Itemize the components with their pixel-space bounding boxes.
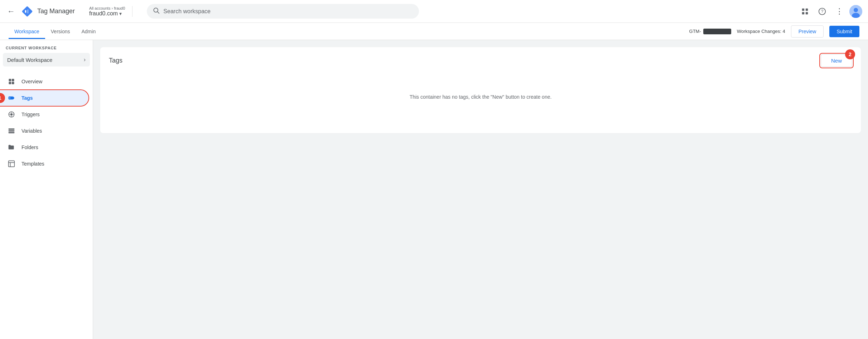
templates-icon [7, 159, 16, 168]
svg-rect-8 [806, 12, 808, 14]
tab-workspace[interactable]: Workspace [9, 24, 45, 39]
account-chevron-icon: ▾ [119, 11, 122, 16]
search-icon [153, 7, 160, 16]
account-info: All accounts › fraud0 fraud0.com ▾ [89, 6, 132, 17]
svg-rect-5 [802, 8, 804, 10]
secondary-nav: Workspace Versions Admin GTM- ■■■■■■■■ W… [0, 23, 868, 40]
content-area: Tags 2 New This container has no tags, c… [93, 40, 868, 339]
sidebar-item-templates[interactable]: Templates [0, 156, 88, 172]
sidebar-item-tags[interactable]: 1 Tags [0, 90, 88, 106]
variables-icon [7, 127, 16, 135]
account-name-text: fraud0.com [89, 10, 118, 17]
svg-rect-17 [12, 82, 14, 84]
tab-admin[interactable]: Admin [76, 24, 101, 39]
content-panel: Tags 2 New This container has no tags, c… [100, 47, 861, 133]
svg-marker-19 [13, 97, 14, 99]
svg-rect-16 [9, 82, 11, 84]
panel-header: Tags 2 New [109, 54, 852, 67]
new-btn-wrapper: 2 New [821, 54, 852, 67]
sidebar-item-folders[interactable]: Folders [0, 139, 88, 155]
search-input[interactable] [163, 8, 413, 15]
sidebar: CURRENT WORKSPACE Default Workspace › Ov… [0, 40, 93, 339]
apps-icon [801, 8, 809, 15]
gtm-id-value: ■■■■■■■■ [703, 29, 731, 34]
sidebar-nav: Overview 1 Tags [0, 74, 93, 339]
nav-right: GTM- ■■■■■■■■ Workspace Changes: 4 Previ… [689, 25, 859, 38]
panel-title: Tags [109, 57, 122, 64]
sidebar-item-label-folders: Folders [21, 144, 38, 150]
nav-tabs: Workspace Versions Admin [9, 24, 689, 39]
gtm-logo [21, 5, 34, 18]
svg-rect-15 [12, 79, 14, 82]
app-name: Tag Manager [37, 8, 75, 15]
svg-rect-27 [9, 128, 15, 129]
search-bar [147, 4, 419, 19]
svg-rect-1 [25, 10, 26, 13]
sidebar-item-label-templates: Templates [21, 161, 44, 167]
current-workspace-label: CURRENT WORKSPACE [0, 46, 93, 53]
annotation-badge-2: 2 [845, 49, 855, 59]
workspace-changes: Workspace Changes: 4 [737, 29, 785, 34]
tags-icon [7, 94, 16, 102]
account-breadcrumb: All accounts › fraud0 [89, 6, 125, 10]
svg-rect-20 [9, 98, 10, 99]
sidebar-item-label-variables: Variables [21, 128, 42, 134]
overview-icon [7, 77, 16, 86]
svg-rect-14 [9, 79, 11, 82]
help-icon-button[interactable]: ? [815, 4, 829, 19]
svg-rect-2 [27, 9, 29, 13]
sidebar-item-overview[interactable]: Overview [0, 74, 88, 89]
sidebar-item-variables[interactable]: Variables [0, 123, 88, 139]
svg-point-22 [10, 113, 13, 116]
svg-rect-28 [9, 130, 15, 131]
svg-text:?: ? [821, 9, 824, 14]
avatar-icon [849, 5, 862, 18]
sidebar-item-triggers[interactable]: Triggers [0, 107, 88, 122]
svg-rect-6 [806, 8, 808, 10]
sidebar-item-label-overview: Overview [21, 79, 42, 84]
help-icon: ? [818, 8, 826, 15]
topbar: ← Tag Manager All accounts › fraud0 frau… [0, 0, 868, 23]
svg-rect-29 [9, 132, 15, 133]
folders-icon [7, 143, 16, 152]
annotation-badge-1: 1 [0, 93, 5, 103]
logo-container: Tag Manager [21, 5, 83, 18]
sidebar-item-label-tags: Tags [21, 95, 33, 101]
gtm-label: GTM- [689, 29, 701, 34]
topbar-actions: ? ⋮ [798, 4, 862, 19]
search-bar-inner [147, 4, 419, 19]
back-button[interactable]: ← [6, 5, 16, 18]
svg-rect-18 [9, 97, 13, 99]
triggers-icon [7, 110, 16, 119]
svg-line-4 [158, 12, 159, 14]
svg-point-12 [854, 8, 858, 12]
submit-button[interactable]: Submit [829, 26, 859, 37]
preview-button[interactable]: Preview [791, 25, 824, 38]
main-layout: CURRENT WORKSPACE Default Workspace › Ov… [0, 40, 868, 339]
more-options-icon-button[interactable]: ⋮ [832, 4, 847, 19]
svg-rect-7 [802, 12, 804, 14]
more-options-icon: ⋮ [835, 7, 843, 16]
account-name-dropdown[interactable]: fraud0.com ▾ [89, 10, 125, 17]
workspace-name: Default Workspace [7, 57, 52, 63]
empty-message: This container has no tags, click the "N… [109, 73, 852, 121]
tab-versions[interactable]: Versions [45, 24, 76, 39]
gtm-id: GTM- ■■■■■■■■ [689, 29, 731, 34]
apps-icon-button[interactable] [798, 4, 812, 19]
workspace-selector[interactable]: Default Workspace › [3, 53, 90, 67]
sidebar-item-label-triggers: Triggers [21, 112, 40, 117]
empty-message-text: This container has no tags, click the "N… [410, 94, 552, 100]
workspace-selector-chevron-icon: › [84, 56, 86, 63]
user-avatar[interactable] [849, 5, 862, 18]
svg-rect-30 [9, 161, 15, 167]
